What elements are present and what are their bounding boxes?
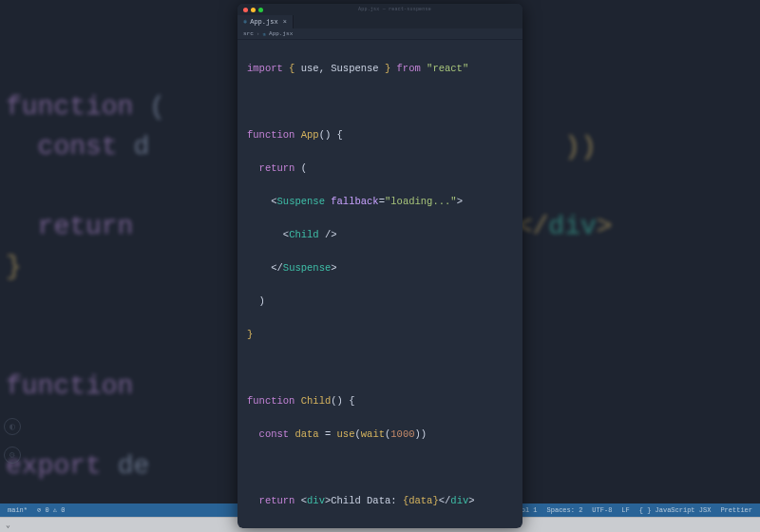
account-icon: ◐ [4,418,21,435]
bg-kw-function-2: function [6,371,133,401]
status-encoding: UTF-8 [592,506,612,514]
code-line[interactable]: ) [247,294,522,311]
code-line[interactable]: return <div>Child Data: {data}</div> [247,493,522,510]
code-line[interactable]: <Child /> [247,227,522,244]
foreground-panel: App.jsx — react-suspense ⚛ App.jsx × src… [238,4,522,528]
status-language: { } JavaScript JSX [639,506,712,514]
traffic-lights[interactable] [243,8,263,12]
code-line-blank[interactable] [247,360,522,377]
react-icon: ⚛ [243,18,247,26]
code-line[interactable]: <Suspense fallback="loading..."> [247,194,522,211]
gear-icon: ⚙ [4,446,21,464]
tab-label: App.jsx [250,18,277,26]
react-icon: ⚛ [262,30,266,38]
editor-titlebar: App.jsx — react-suspense [238,4,522,15]
tab-close-icon[interactable]: × [283,18,287,26]
status-prettier: Prettier [720,506,752,514]
tab-app-jsx[interactable]: ⚛ App.jsx × [238,15,294,28]
activitybar-icons: ◐ ⚙ [4,418,21,464]
breadcrumb[interactable]: src › ⚛ App.jsx [238,28,522,40]
status-branch: main* [8,506,28,514]
zoom-icon[interactable] [258,8,263,12]
code-line[interactable]: function App() { [247,127,522,144]
crumb-file[interactable]: App.jsx [269,30,293,37]
bg-kw-function-1: function [6,92,133,122]
code-line[interactable]: } [247,526,522,529]
code-line[interactable]: function Child() { [247,393,522,410]
status-problems: ⊘ 0 ⚠ 0 [37,506,65,514]
bg-kw-const: const [38,132,118,162]
close-icon[interactable] [243,8,248,12]
code-line[interactable]: const data = use(wait(1000)) [247,427,522,444]
editor-window: App.jsx — react-suspense ⚛ App.jsx × src… [238,4,522,528]
code-line[interactable]: import { use, Suspense } from "react" [247,61,522,78]
chevron-down-icon: ⌄ [6,521,10,529]
window-title: App.jsx — react-suspense [267,7,522,12]
code-editor[interactable]: import { use, Suspense } from "react" fu… [238,40,522,528]
status-indent: Spaces: 2 [547,506,583,514]
code-line[interactable]: </Suspense> [247,260,522,277]
chevron-right-icon: › [256,30,260,37]
code-line-blank[interactable] [247,94,522,111]
status-eol: LF [621,506,629,514]
code-line[interactable]: return ( [247,161,522,178]
minimize-icon[interactable] [251,8,256,12]
bg-kw-return: return [38,212,134,241]
code-line-blank[interactable] [247,460,522,477]
crumb-src[interactable]: src [243,30,254,37]
editor-tabstrip[interactable]: ⚛ App.jsx × [238,15,522,28]
code-line[interactable]: } [247,327,522,344]
